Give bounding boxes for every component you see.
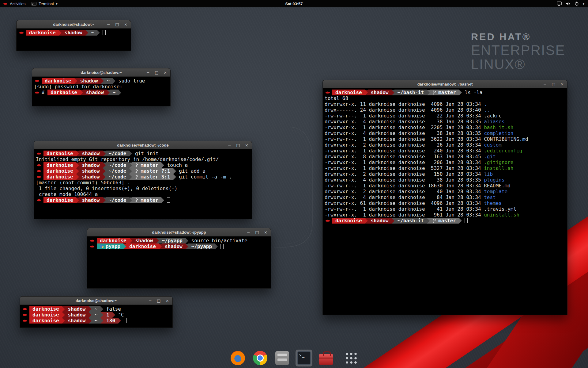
- output-text: .editorconfig: [484, 148, 522, 154]
- output-text: drwxrwxr-x. 2 darknoise darknoise 26 Jan…: [325, 142, 484, 148]
- close-button[interactable]: ×: [165, 298, 169, 303]
- prompt-segment: ~: [92, 318, 101, 324]
- cursor: [465, 218, 468, 223]
- maximize-button[interactable]: □: [115, 22, 119, 27]
- segment-arrow-icon: [459, 90, 462, 95]
- maximize-button[interactable]: □: [255, 230, 259, 235]
- clock[interactable]: Sat 03:57: [285, 0, 303, 7]
- window-title: darknoise@shadow:~: [81, 70, 122, 75]
- volume-icon: [566, 2, 571, 6]
- command-text: ls -la: [462, 90, 482, 95]
- dock-toolbox[interactable]: [317, 350, 335, 366]
- titlebar[interactable]: darknoise@shadow:~/bash-it−□×: [323, 80, 567, 88]
- segment-arrow-icon: [97, 30, 100, 36]
- segment-arrow-icon: [62, 318, 65, 324]
- cursor: [103, 30, 106, 35]
- segment-arrow-icon: [89, 318, 92, 324]
- close-button[interactable]: ×: [163, 70, 167, 75]
- minimize-button[interactable]: −: [543, 82, 547, 86]
- titlebar[interactable]: darknoise@shadow:~/code−□×: [34, 141, 252, 149]
- terminal-window-home-small[interactable]: darknoise@shadow:~−□×darknoiseshadow~: [16, 20, 131, 51]
- output-text: drwxrwxr-x. 2 darknoise darknoise 40 Jan…: [325, 189, 484, 194]
- titlebar[interactable]: darknoise@shadow:~/pyapp−□×: [87, 228, 271, 236]
- minimize-button[interactable]: −: [148, 298, 152, 303]
- dock-app-grid[interactable]: [343, 350, 359, 366]
- output-text: drwxrwxr-x. 61 darknoise darknoise 4096 …: [325, 200, 484, 206]
- segment-arrow-icon: [74, 78, 77, 84]
- python-icon: [100, 244, 104, 248]
- prompt-segment: shadow: [79, 168, 103, 174]
- close-button[interactable]: ×: [245, 143, 249, 148]
- output-text: drwxrwxr-x. 2 darknoise darknoise 150 Ja…: [325, 171, 484, 177]
- activities-button[interactable]: Activities: [0, 0, 28, 7]
- segment-arrow-icon: [103, 197, 106, 203]
- chevron-down-icon: ▾: [56, 2, 57, 6]
- minimize-button[interactable]: −: [247, 230, 251, 235]
- output-text: test: [484, 194, 496, 200]
- terminal-content[interactable]: darknoiseshadow~/code git initInitialize…: [34, 149, 252, 204]
- close-button[interactable]: ×: [124, 22, 128, 27]
- dock-terminal[interactable]: [296, 350, 312, 366]
- prompt-segment: darknoise: [126, 243, 159, 249]
- terminal-line: darknoiseshadow~/pyapp source bin/activa…: [89, 238, 269, 243]
- segment-arrow-icon: [186, 238, 188, 243]
- terminal-content[interactable]: darknoiseshadow~ falsedarknoiseshadow~1 …: [20, 305, 172, 325]
- terminal-content[interactable]: darknoiseshadow~ sudo true[sudo] passwor…: [32, 77, 170, 97]
- segment-arrow-icon: [161, 197, 164, 203]
- minimize-button[interactable]: −: [228, 143, 232, 148]
- prompt-segment: darknoise: [43, 197, 76, 203]
- minimize-button[interactable]: −: [107, 22, 111, 27]
- output-text: aliases: [484, 119, 504, 125]
- prompt-segment: 130: [103, 318, 118, 324]
- terminal-line: -rwxrwxr-x. 1 darknoise darknoise 240 Ja…: [325, 148, 565, 154]
- terminal-content[interactable]: darknoiseshadow~/bash-itmaster ls -latot…: [323, 88, 567, 225]
- terminal-line: -rw-rw-r--. 1 darknoise darknoise 18630 …: [325, 183, 565, 189]
- segment-arrow-icon: [80, 90, 83, 95]
- dock-firefox[interactable]: [229, 349, 247, 367]
- activities-label: Activities: [10, 2, 25, 6]
- output-text: -rwxrwxr-x. 1 darknoise darknoise 2205 J…: [325, 125, 484, 130]
- prompt-segment: ~: [92, 312, 101, 318]
- maximize-button[interactable]: □: [236, 143, 240, 148]
- output-text: .: [484, 101, 487, 107]
- app-menu-terminal[interactable]: Terminal ▾: [28, 0, 60, 7]
- command-text: git init: [132, 151, 159, 156]
- prompt-segment: shadow: [79, 174, 103, 180]
- titlebar[interactable]: darknoise@shadow:~−□×: [32, 68, 170, 77]
- maximize-button[interactable]: □: [157, 298, 161, 303]
- prompt-segment: ~/code: [106, 168, 130, 174]
- segment-arrow-icon: [129, 151, 132, 156]
- prompt-segment: shadow: [62, 30, 85, 36]
- segment-arrow-icon: [427, 90, 430, 95]
- maximize-button[interactable]: □: [155, 70, 159, 75]
- terminal-window-code[interactable]: darknoise@shadow:~/code−□×darknoiseshado…: [34, 141, 252, 219]
- prompt-segment: darknoise: [26, 30, 59, 36]
- segment-arrow-icon: [129, 163, 132, 168]
- dock-files[interactable]: [274, 350, 291, 366]
- command-text: git add a: [176, 168, 205, 174]
- terminal-window-exitcodes[interactable]: darknoise@shadow:~−□×darknoiseshadow~ fa…: [20, 296, 173, 328]
- prompt-segment: shadow: [132, 238, 156, 243]
- dock-chrome[interactable]: [251, 349, 269, 367]
- segment-arrow-icon: [62, 312, 65, 318]
- window-buttons: −□×: [247, 228, 268, 236]
- close-button[interactable]: ×: [264, 230, 268, 235]
- prompt-segment: darknoise: [43, 162, 76, 168]
- terminal-content[interactable]: darknoiseshadow~/pyapp source bin/activa…: [87, 236, 271, 251]
- redhat-prompt-icon: [325, 90, 330, 94]
- terminal-window-bashit[interactable]: darknoise@shadow:~/bash-it−□×darknoisesh…: [322, 80, 567, 315]
- segment-arrow-icon: [76, 174, 79, 180]
- titlebar[interactable]: darknoise@shadow:~−□×: [17, 20, 131, 29]
- close-button[interactable]: ×: [560, 82, 564, 86]
- minimize-button[interactable]: −: [146, 70, 150, 75]
- terminal-content[interactable]: darknoiseshadow~: [17, 29, 131, 37]
- clock-label: Sat 03:57: [285, 2, 303, 6]
- branch-icon: [433, 218, 436, 223]
- system-status-area[interactable]: ▾: [553, 0, 588, 7]
- maximize-button[interactable]: □: [552, 82, 556, 86]
- terminal-window-sudo[interactable]: darknoise@shadow:~−□×darknoiseshadow~ su…: [32, 68, 171, 106]
- output-text: themes: [484, 200, 502, 206]
- titlebar[interactable]: darknoise@shadow:~−□×: [20, 297, 172, 305]
- terminal-window-pyapp[interactable]: darknoise@shadow:~/pyapp−□×darknoiseshad…: [87, 228, 271, 289]
- prompt-segment: master ?:1: [132, 168, 173, 174]
